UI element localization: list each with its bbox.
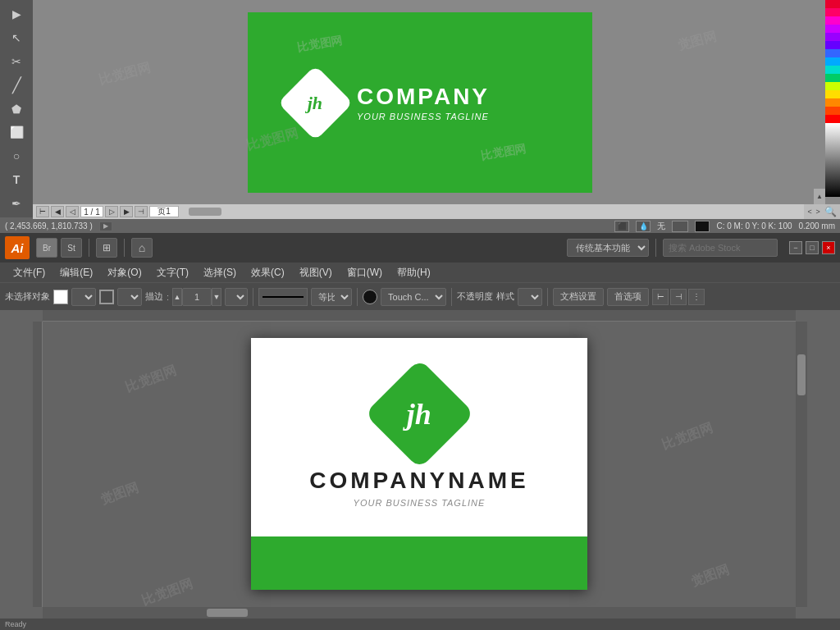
menu-effect[interactable]: 效果(C) [244,264,291,281]
menu-object[interactable]: 对象(O) [101,264,148,281]
stroke-down[interactable]: ▼ [212,288,221,306]
menu-edit[interactable]: 编辑(E) [53,264,99,281]
palette-color-3[interactable] [825,16,840,25]
coords-bar: ( 2,453.669, 1,810.733 ) ▶ ⬛ 💧 无 C: 0 M:… [0,219,840,233]
menu-window[interactable]: 窗口(W) [340,264,389,281]
palette-color-5[interactable] [825,33,840,41]
palette-color-2[interactable] [825,8,840,16]
stroke-style-box[interactable] [258,288,308,306]
tool-rect-top[interactable]: ⬜ [5,121,28,144]
scroll-right-btn[interactable]: > [815,208,819,216]
lock-icon[interactable] [672,221,688,232]
bridge-btn[interactable]: Br [36,238,57,258]
tool-cut-top[interactable]: ✂ [5,51,28,73]
tool-pen-top[interactable]: ╱ [5,74,28,96]
palette-color-15[interactable] [825,115,840,123]
stroke-label: 描边 [145,290,163,303]
palette-color-11[interactable] [825,82,840,90]
palette-color-9[interactable] [825,66,840,74]
restore-btn[interactable]: □ [806,241,819,254]
coords-expand-btn[interactable]: ▶ [99,221,112,231]
main-company-name: COMPANYNAME [309,468,528,494]
minimize-btn[interactable]: − [789,241,802,254]
stroke-box[interactable] [99,290,114,304]
watermark-2: 比觉图网 [480,141,527,163]
palette-color-14[interactable] [825,107,840,115]
h-scroll-thumb-main[interactable] [207,609,248,617]
h-scrollbar-top[interactable] [180,206,801,217]
main-workspace: T [0,310,840,619]
palette-color-12[interactable] [825,90,840,98]
grid-view-btn[interactable]: ⊞ [96,238,117,258]
bottom-status-text: Ready [5,620,26,628]
palette-color-13[interactable] [825,98,840,107]
style-select[interactable]: ▼ [518,288,542,306]
ruler-h-svg [43,310,796,322]
brush-btn[interactable]: ⌂ [131,238,153,258]
tool-circle-top[interactable]: ○ [5,145,28,167]
menu-text[interactable]: 文字(T) [150,264,195,281]
palette-color-1[interactable] [825,0,840,8]
app-divider-2 [124,239,125,257]
menu-select[interactable]: 选择(S) [197,264,243,281]
app-divider-1 [89,239,89,257]
tool-shape-top[interactable]: ⬟ [5,98,28,120]
nav-first-btn[interactable]: ⊢ [36,206,49,217]
stroke-select[interactable]: ▼ [117,288,142,306]
tool-select-top[interactable]: ▶ [5,3,28,25]
nav-next-btn[interactable]: ▶ [120,206,133,217]
menu-view[interactable]: 视图(V) [293,264,339,281]
align-right-btn[interactable]: ⊣ [670,289,687,305]
preferences-btn[interactable]: 首选项 [607,288,649,306]
fill-type-select[interactable]: Touch C... [381,288,446,306]
ratio-select[interactable]: 等比 [311,288,352,306]
nav-prev2-btn[interactable]: ◁ [66,206,79,217]
align-left-btn[interactable]: ⊢ [652,289,669,305]
nav-prev-btn[interactable]: ◀ [51,206,64,217]
menu-bar: 文件(F) 编辑(E) 对象(O) 文字(T) 选择(S) 效果(C) 视图(V… [0,262,840,282]
stroke-up[interactable]: ▲ [172,288,182,306]
v-scrollbar-main[interactable] [796,322,807,607]
stroke-stepper[interactable]: ▲ ▼ [172,288,221,306]
zoom-btn[interactable]: 🔍 [824,206,837,217]
main-logo-wrap: jh [381,375,459,453]
doc-settings-btn[interactable]: 文档设置 [553,288,604,306]
h-scroll-thumb-top[interactable] [189,208,221,216]
align-extra-btn[interactable]: ⋮ [688,289,705,305]
close-btn[interactable]: × [822,241,835,254]
fill-select[interactable]: ▼ [71,288,96,306]
scroll-left-btn[interactable]: < [807,208,811,216]
tool-type-top[interactable]: T [5,168,28,190]
stroke-input[interactable] [182,288,212,306]
fill-color-box[interactable] [53,290,68,304]
workspace-select[interactable]: 传统基本功能 [567,239,649,257]
tool-brush-top[interactable]: ✒ [5,192,28,214]
page-input[interactable] [80,206,103,217]
dropper-icon[interactable]: 💧 [636,221,651,232]
artboard-bottom-green [251,536,587,590]
fill-circle[interactable] [363,290,377,304]
preview-logo-text: jh [308,92,322,113]
palette-color-8[interactable] [825,57,840,66]
canvas-wm-3: 比觉图网 [660,420,714,454]
menu-help[interactable]: 帮助(H) [390,264,437,281]
stroke-unit-select[interactable]: pt [225,288,248,306]
main-logo-diamond: jh [364,358,474,468]
h-scrollbar-main[interactable] [43,607,796,619]
palette-color-6[interactable] [825,41,840,49]
tool-arrow-top[interactable]: ↖ [5,27,28,49]
page-label-input[interactable] [149,206,179,217]
canvas-wm-4: 觉图网 [689,561,732,591]
palette-color-4[interactable] [825,25,840,33]
nav-last-btn[interactable]: ⊣ [135,206,148,217]
stock-search[interactable] [663,239,778,257]
canvas-area[interactable]: jh COMPANYNAME YOUR BUSINESS TAGLINE 比觉图… [43,322,796,607]
palette-grey-gradient[interactable] [825,123,840,197]
menu-file[interactable]: 文件(F) [7,264,52,281]
palette-color-7[interactable] [825,49,840,57]
stock-btn[interactable]: St [61,238,82,258]
nav-next2-btn[interactable]: ▷ [105,206,118,217]
v-scroll-thumb-main[interactable] [797,354,806,395]
color-icon[interactable]: ⬛ [614,221,629,232]
palette-color-10[interactable] [825,74,840,82]
